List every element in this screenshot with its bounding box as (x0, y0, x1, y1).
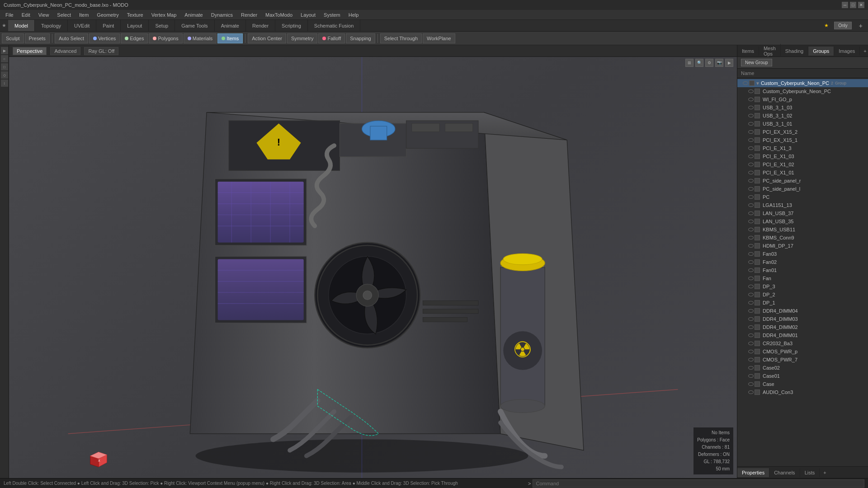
tree-item-lan-usb-37[interactable]: LAN_USB_37 (737, 209, 868, 217)
menu-item-edit[interactable]: Edit (18, 11, 34, 19)
tree-item-fan03[interactable]: Fan03 (737, 250, 868, 258)
tree-item-usb-3-1-02[interactable]: USB_3_1_02 (737, 112, 868, 120)
materials-button[interactable]: Materials (184, 33, 217, 43)
tree-item-pci-e-x1-3[interactable]: PCI_E_X1_3 (737, 144, 868, 152)
right-panel-tab-shading[interactable]: Shading (781, 47, 808, 56)
advanced-button[interactable]: Advanced (50, 47, 80, 55)
tree-item-case01[interactable]: Case01 (737, 372, 868, 380)
right-panel-add-button[interactable]: + (860, 47, 868, 56)
sidebar-icon-4[interactable]: ◇ (1, 71, 8, 79)
menu-item-select[interactable]: Select (53, 11, 75, 19)
tab-game-tools[interactable]: Game Tools (175, 20, 215, 31)
right-panel-tab-mesh-ops[interactable]: Mesh Ops (759, 44, 781, 58)
tree-item-case[interactable]: Case (737, 380, 868, 388)
tree-item-fan01[interactable]: Fan01 (737, 266, 868, 274)
tab-scripting[interactable]: Scripting (275, 20, 308, 31)
tab-setup[interactable]: Setup (149, 20, 175, 31)
presets-button[interactable]: Presets (25, 33, 50, 43)
maximize-button[interactable]: □ (850, 2, 856, 8)
menu-item-dynamics[interactable]: Dynamics (208, 11, 236, 19)
bottom-tab-channels[interactable]: Channels (769, 468, 800, 477)
command-input[interactable] (533, 479, 864, 488)
sidebar-icon-5[interactable]: ↕ (1, 80, 8, 87)
tree-item-lan-usb-35[interactable]: LAN_USB_35 (737, 217, 868, 225)
tree-item-pci-ex-x15-2[interactable]: PCI_EX_X15_2 (737, 128, 868, 136)
auto-select-button[interactable]: Auto Select (55, 33, 88, 43)
tree-item-audio-con3[interactable]: AUDIO_Con3 (737, 388, 868, 396)
tab-animate[interactable]: Animate (215, 20, 246, 31)
menu-item-help[interactable]: Help (345, 11, 363, 19)
tree-item-usb-3-1-03[interactable]: USB_3_1_03 (737, 103, 868, 112)
tree-item-cmos-pwr-p[interactable]: CMOS_PWR_p (737, 347, 868, 356)
menu-item-view[interactable]: View (35, 11, 53, 19)
tree-item-cmos-pwr-7[interactable]: CMOS_PWR_7 (737, 356, 868, 364)
minimize-button[interactable]: ─ (842, 2, 848, 8)
tree-item-dp-1[interactable]: DP_1 (737, 299, 868, 307)
tree-item-cr2032-ba3[interactable]: CR2032_Ba3 (737, 339, 868, 347)
tree-item-custom-cyberpunk-neon-pc[interactable]: Custom_Cyberpunk_Neon_PC (737, 87, 868, 95)
ray-gl-button[interactable]: Ray GL: Off (84, 47, 118, 55)
tree-item-lga1151-13[interactable]: LGA1151_13 (737, 201, 868, 209)
tree-item-ddr4-dimm01[interactable]: DDR4_DIMM01 (737, 331, 868, 339)
tree-item-pci-ex-x15-1[interactable]: PCI_EX_X15_1 (737, 136, 868, 144)
sidebar-icon-3[interactable]: □ (1, 63, 8, 70)
bottom-tab-properties[interactable]: Properties (737, 468, 769, 477)
menu-item-system[interactable]: System (320, 11, 344, 19)
tab-paint[interactable]: Paint (96, 20, 121, 31)
right-panel-tab-items[interactable]: Items (737, 47, 759, 56)
star-button[interactable]: ★ (824, 23, 829, 28)
tree-item-pc[interactable]: PC (737, 193, 868, 201)
menu-item-vertex map[interactable]: Vertex Map (148, 11, 180, 19)
sidebar-icon-1[interactable]: ▶ (1, 47, 8, 54)
tree-item-kbms-usb11[interactable]: KBMS_USB11 (737, 225, 868, 234)
tree-item-usb-3-1-01[interactable]: USB_3_1_01 (737, 120, 868, 128)
tree-item-dp-2[interactable]: DP_2 (737, 291, 868, 299)
menu-item-texture[interactable]: Texture (123, 11, 147, 19)
sidebar-icon-2[interactable]: ○ (1, 55, 8, 62)
select-through-button[interactable]: Select Through (380, 33, 422, 43)
vertices-button[interactable]: Vertices (89, 33, 120, 43)
symmetry-button[interactable]: Symmetry (287, 33, 318, 43)
menu-item-geometry[interactable]: Geometry (93, 11, 122, 19)
tree-item-kbms-conn9[interactable]: KBMS_Conn9 (737, 234, 868, 242)
menu-item-layout[interactable]: Layout (297, 11, 319, 19)
tree-item-pci-e-x1-01[interactable]: PCI_E_X1_01 (737, 169, 868, 177)
right-panel-content[interactable]: New Group Name ▼ Custom_Cyberpunk_Neon_P… (737, 57, 868, 466)
menu-item-maxtomodo[interactable]: MaxToModo (262, 11, 296, 19)
close-button[interactable]: ✕ (858, 2, 864, 8)
only-button[interactable]: Only (834, 22, 852, 29)
tab-layout[interactable]: Layout (121, 20, 149, 31)
tab-model[interactable]: Model (8, 20, 35, 31)
falloff-button[interactable]: Falloff (318, 33, 345, 43)
workplane-button[interactable]: WorkPlane (423, 33, 455, 43)
tree-item-wi-fi-go-p[interactable]: WI_FI_GO_p (737, 95, 868, 103)
tree-item-root[interactable]: ▼ Custom_Cyberpunk_Neon_PC 2 Group (737, 79, 868, 87)
tree-item-dp-3[interactable]: DP_3 (737, 282, 868, 291)
right-panel-tab-images[interactable]: Images (834, 47, 860, 56)
bottom-tab-lists[interactable]: Lists (800, 468, 820, 477)
tree-item-pc-side-panel-r[interactable]: PC_side_panel_r (737, 177, 868, 185)
tree-item-fan[interactable]: Fan (737, 274, 868, 282)
tree-item-pci-e-x1-02[interactable]: PCI_E_X1_02 (737, 160, 868, 169)
menu-item-file[interactable]: File (2, 11, 17, 19)
menu-item-render[interactable]: Render (237, 11, 261, 19)
tree-item-hdmi-dp-17[interactable]: HDMI_DP_17 (737, 242, 868, 250)
tab-topology[interactable]: Topology (35, 20, 68, 31)
bottom-panel-add-button[interactable]: + (820, 468, 830, 477)
tree-item-case02[interactable]: Case02 (737, 364, 868, 372)
tree-item-ddr4-dimm02[interactable]: DDR4_DIMM02 (737, 323, 868, 331)
perspective-button[interactable]: Perspective (13, 47, 47, 55)
menu-item-animate[interactable]: Animate (181, 11, 206, 19)
menu-item-item[interactable]: Item (75, 11, 92, 19)
tab-render[interactable]: Render (246, 20, 275, 31)
tree-item-pci-e-x1-03[interactable]: PCI_E_X1_03 (737, 152, 868, 160)
edges-button[interactable]: Edges (121, 33, 148, 43)
right-panel-tab-groups[interactable]: Groups (808, 47, 834, 56)
tree-item-fan02[interactable]: Fan02 (737, 258, 868, 266)
add-tab-button[interactable]: + (855, 20, 866, 31)
polygons-button[interactable]: Polygons (149, 33, 182, 43)
tree-item-pc-side-panel-l[interactable]: PC_side_panel_l (737, 185, 868, 193)
tab-uvedit[interactable]: UVEdit (68, 20, 96, 31)
action-center-button[interactable]: Action Center (248, 33, 286, 43)
items-button[interactable]: Items (217, 33, 243, 43)
